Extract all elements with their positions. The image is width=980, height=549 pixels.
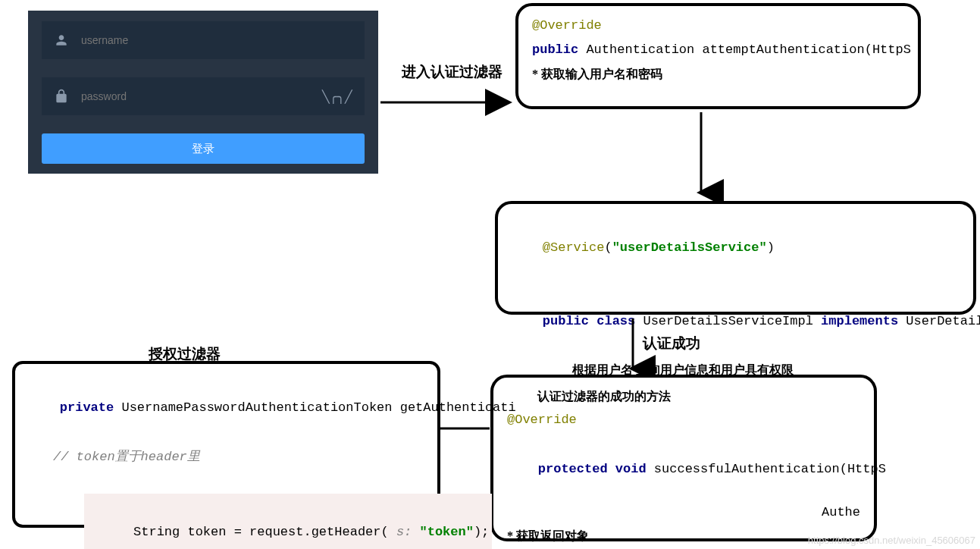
user-icon xyxy=(54,33,69,48)
password-field[interactable]: ╲╭╮╱ xyxy=(42,77,365,115)
implements-keyword: implements xyxy=(821,314,898,328)
protected-keyword: protected xyxy=(538,462,608,476)
space xyxy=(412,525,419,539)
password-input[interactable] xyxy=(80,89,322,103)
arrow-login-to-filter xyxy=(379,87,515,118)
paren-close: ) xyxy=(767,240,775,255)
override-annotation: @Override xyxy=(507,413,577,427)
login-button[interactable]: 登录 xyxy=(42,133,365,164)
override-annotation: @Override xyxy=(532,18,602,33)
service-annotation: @Service xyxy=(543,240,605,255)
comment: // token置于header里 xyxy=(53,450,200,464)
code-text: String token = request.getHeader( xyxy=(133,525,396,539)
authorization-filter-box: private UsernamePasswordAuthenticationTo… xyxy=(12,361,440,528)
arrow3-label: 认证成功 xyxy=(643,334,700,353)
code-text: ); xyxy=(474,525,489,539)
eye-closed-icon[interactable]: ╲╭╮╱ xyxy=(322,89,352,104)
lock-icon xyxy=(54,89,69,104)
public-keyword: public xyxy=(543,314,589,328)
public-keyword: public xyxy=(532,42,578,57)
service-name-string: "userDetailsService" xyxy=(612,240,767,255)
method-signature: UsernamePasswordAuthenticationToken getA… xyxy=(114,400,516,415)
username-field[interactable] xyxy=(42,21,365,59)
box1-bullet: * 获取输入用户名和密码 xyxy=(532,63,904,86)
class-name: UserDetailsServiceImpl xyxy=(643,314,821,328)
void-keyword: void xyxy=(608,462,654,476)
successful-auth-box: 认证过滤器的成功的方法 @Override protected void suc… xyxy=(490,375,877,541)
watermark: https://blog.csdn.net/weixin_45606067 xyxy=(808,535,975,546)
attempt-auth-box: @Override public Authentication attemptA… xyxy=(515,3,921,109)
username-input[interactable] xyxy=(80,33,352,47)
private-keyword: private xyxy=(60,400,114,415)
login-form: ╲╭╮╱ 登录 xyxy=(28,11,378,174)
method-name: successfulAuthentication(HttpS xyxy=(654,462,886,476)
arrow-box1-to-box2 xyxy=(686,111,716,202)
interface-name: UserDetailsService xyxy=(898,314,980,328)
arrow1-label: 进入认证过滤器 xyxy=(402,62,503,82)
string-literal: "token" xyxy=(420,525,474,539)
param-hint: s: xyxy=(396,525,412,539)
user-details-service-box: @Service("userDetailsService") public cl… xyxy=(495,201,976,315)
paren-open: ( xyxy=(604,240,612,255)
box3-title: 认证过滤器的成功的方法 xyxy=(537,385,860,408)
method-tail: Authe xyxy=(822,505,860,519)
method-signature: Authentication attemptAuthentication(Htt… xyxy=(578,42,911,57)
